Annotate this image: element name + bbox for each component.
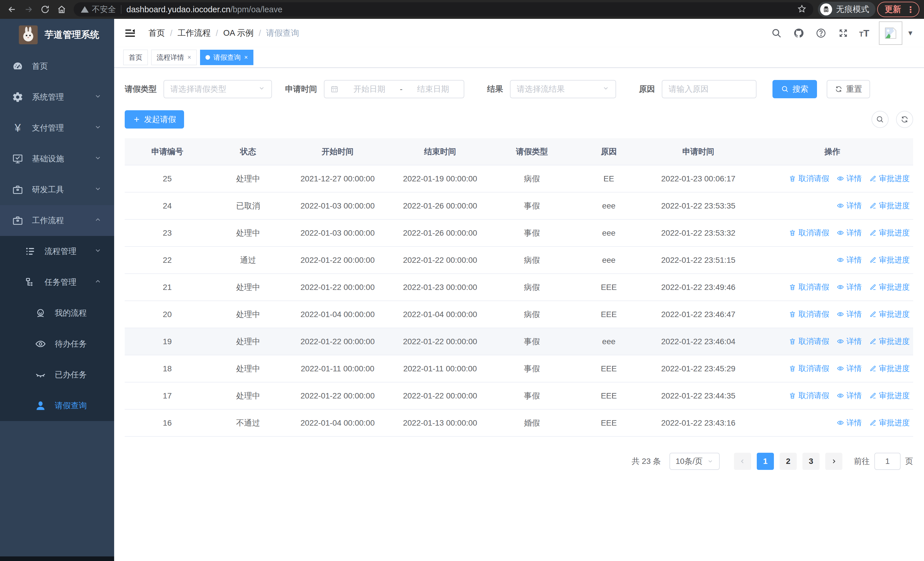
next-page-button[interactable] bbox=[825, 453, 842, 470]
browser-update-button[interactable]: 更新 ⋮ bbox=[877, 2, 920, 17]
create-leave-button[interactable]: 发起请假 bbox=[125, 110, 184, 129]
action-label: 详情 bbox=[846, 309, 862, 319]
page-button-2[interactable]: 2 bbox=[780, 453, 797, 470]
detail-action-link[interactable]: 详情 bbox=[837, 391, 862, 401]
result-select[interactable]: 请选择流结果 bbox=[510, 80, 616, 98]
browser-menu-icon[interactable]: ⋮ bbox=[906, 5, 915, 15]
column-header: 结束时间 bbox=[389, 146, 491, 157]
progress-action-link[interactable]: 审批进度 bbox=[869, 336, 910, 346]
sidebar-item-infra[interactable]: 基础设施 bbox=[0, 143, 114, 174]
home-icon[interactable] bbox=[54, 2, 69, 17]
detail-action-link[interactable]: 详情 bbox=[837, 200, 862, 211]
cancel-action-link[interactable]: 取消请假 bbox=[789, 173, 829, 183]
sidebar-item-system[interactable]: 系统管理 bbox=[0, 82, 114, 113]
reset-button[interactable]: 重置 bbox=[827, 80, 870, 98]
progress-action-link[interactable]: 审批进度 bbox=[869, 309, 910, 319]
help-icon[interactable] bbox=[815, 27, 827, 39]
refresh-icon bbox=[835, 85, 843, 93]
fullscreen-icon[interactable] bbox=[837, 27, 849, 39]
detail-action-link[interactable]: 详情 bbox=[837, 418, 862, 428]
detail-action-link[interactable]: 详情 bbox=[837, 336, 862, 346]
page-size-select[interactable]: 10条/页 bbox=[669, 453, 720, 470]
breadcrumb-item[interactable]: OA 示例 bbox=[223, 27, 254, 39]
cancel-action-link[interactable]: 取消请假 bbox=[789, 336, 829, 346]
url-bar[interactable]: 不安全 dashboard.yudao.iocoder.cn/bpm/oa/le… bbox=[74, 2, 813, 17]
cell-type: 事假 bbox=[491, 391, 573, 401]
cancel-action-link[interactable]: 取消请假 bbox=[789, 282, 829, 292]
apply-time-range-picker[interactable]: 开始日期 - 结束日期 bbox=[324, 80, 464, 98]
reload-icon[interactable] bbox=[38, 2, 52, 17]
prev-page-button[interactable] bbox=[734, 453, 751, 470]
end-date-input[interactable]: 结束日期 bbox=[408, 84, 458, 95]
progress-action-link[interactable]: 审批进度 bbox=[869, 228, 910, 238]
sidebar-item-done-task[interactable]: 已办任务 bbox=[0, 359, 114, 390]
sidebar-item-workflow[interactable]: 工作流程 bbox=[0, 205, 114, 236]
page-button-1[interactable]: 1 bbox=[757, 453, 774, 470]
progress-action-link[interactable]: 审批进度 bbox=[869, 391, 910, 401]
sidebar-item-process-mgmt[interactable]: 流程管理 bbox=[0, 236, 114, 267]
app-logo-row[interactable]: 芋道管理系统 bbox=[0, 19, 114, 51]
progress-action-link[interactable]: 审批进度 bbox=[869, 255, 910, 265]
close-icon[interactable]: × bbox=[244, 54, 248, 61]
sidebar-item-home[interactable]: 首页 bbox=[0, 51, 114, 82]
calendar-icon bbox=[330, 85, 339, 93]
user-avatar[interactable]: ▼ bbox=[879, 21, 914, 45]
font-size-icon[interactable]: TT bbox=[859, 28, 869, 39]
detail-action-link[interactable]: 详情 bbox=[837, 228, 862, 238]
sidebar-collapse-bar[interactable] bbox=[0, 556, 114, 561]
cancel-action-link[interactable]: 取消请假 bbox=[789, 363, 829, 374]
sidebar-item-leave-query[interactable]: 请假查询 bbox=[0, 390, 114, 421]
cell-applied: 2022-01-22 23:44:35 bbox=[645, 391, 752, 400]
action-label: 详情 bbox=[846, 200, 862, 211]
cell-applied: 2022-01-22 23:49:46 bbox=[645, 283, 752, 292]
not-secure-chip[interactable]: 不安全 bbox=[81, 4, 116, 15]
back-icon[interactable] bbox=[4, 2, 20, 17]
user-icon bbox=[34, 399, 47, 412]
tag-item[interactable]: 流程详情× bbox=[151, 50, 196, 65]
detail-action-link[interactable]: 详情 bbox=[837, 255, 862, 265]
reason-input[interactable]: 请输入原因 bbox=[662, 80, 756, 98]
cancel-action-link[interactable]: 取消请假 bbox=[789, 391, 829, 401]
detail-action-link[interactable]: 详情 bbox=[837, 282, 862, 292]
progress-action-link[interactable]: 审批进度 bbox=[869, 418, 910, 428]
sidebar-item-my-process[interactable]: 我的流程 bbox=[0, 298, 114, 328]
cell-start: 2022-01-22 00:00:00 bbox=[286, 283, 388, 292]
bookmark-star-icon[interactable] bbox=[797, 4, 806, 15]
progress-action-link[interactable]: 审批进度 bbox=[869, 200, 910, 211]
sidebar-collapse-icon[interactable] bbox=[122, 25, 138, 41]
cell-start: 2022-01-22 00:00:00 bbox=[286, 391, 388, 400]
avatar-caret-icon[interactable]: ▼ bbox=[907, 29, 914, 37]
leave-type-select[interactable]: 请选择请假类型 bbox=[164, 80, 272, 98]
sidebar-item-payment[interactable]: ¥支付管理 bbox=[0, 113, 114, 143]
progress-action-link[interactable]: 审批进度 bbox=[869, 282, 910, 292]
cancel-action-link[interactable]: 取消请假 bbox=[789, 228, 829, 238]
detail-action-link[interactable]: 详情 bbox=[837, 363, 862, 374]
progress-action-link[interactable]: 审批进度 bbox=[869, 363, 910, 374]
detail-action-link[interactable]: 详情 bbox=[837, 173, 862, 183]
action-label: 审批进度 bbox=[879, 255, 910, 265]
tag-item[interactable]: 首页 bbox=[123, 50, 148, 65]
progress-action-link[interactable]: 审批进度 bbox=[869, 173, 910, 183]
view-icon bbox=[837, 229, 844, 236]
search-button[interactable]: 搜索 bbox=[772, 80, 817, 98]
forward-icon[interactable] bbox=[21, 2, 36, 17]
github-icon[interactable] bbox=[792, 27, 805, 39]
detail-action-link[interactable]: 详情 bbox=[837, 309, 862, 319]
refresh-table-button[interactable] bbox=[896, 111, 913, 128]
breadcrumb-item[interactable]: 工作流程 bbox=[177, 27, 211, 39]
start-date-input[interactable]: 开始日期 bbox=[344, 84, 394, 95]
delete-icon bbox=[789, 392, 796, 399]
toggle-search-button[interactable] bbox=[872, 111, 889, 128]
incognito-chip[interactable]: 无痕模式 bbox=[818, 2, 876, 17]
tag-active[interactable]: 请假查询× bbox=[200, 50, 254, 65]
goto-page-input[interactable] bbox=[874, 453, 901, 470]
sidebar-item-dev-tools[interactable]: 研发工具 bbox=[0, 174, 114, 205]
cancel-action-link[interactable]: 取消请假 bbox=[789, 309, 829, 319]
page-button-3[interactable]: 3 bbox=[802, 453, 819, 470]
sidebar-item-todo-task[interactable]: 待办任务 bbox=[0, 328, 114, 359]
breadcrumb-item[interactable]: 首页 bbox=[148, 27, 165, 39]
sidebar-item-task-mgmt[interactable]: 任务管理 bbox=[0, 267, 114, 298]
search-icon[interactable] bbox=[770, 27, 783, 39]
close-icon[interactable]: × bbox=[188, 54, 191, 61]
chevron-down-icon bbox=[258, 84, 265, 94]
